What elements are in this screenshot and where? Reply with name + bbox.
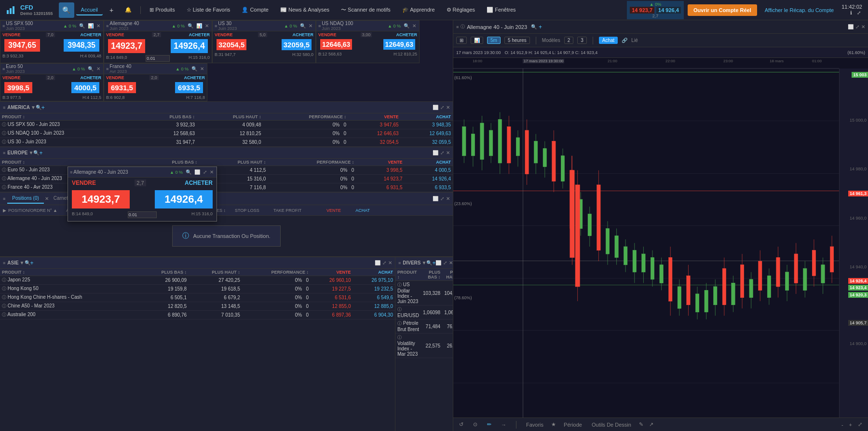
float-maximize-btn[interactable]: ⬜ [193,169,201,175]
div-col-product[interactable]: PRODUIT ↕ [395,269,421,281]
chart-close-btn[interactable]: ✕ [861,24,865,29]
divers-expand[interactable]: ⤢ [443,260,447,265]
close-france40-btn[interactable]: ✕ [199,66,205,72]
col-low[interactable]: PLUS BAS ↕ [136,113,197,121]
float-search-btn[interactable]: 🔍 [185,169,192,175]
chart-model-3[interactable]: 3 [577,37,587,44]
chart-dessin-btn[interactable]: Outils De Dessin [590,421,633,429]
sell-spx-btn[interactable]: 3947,65 [4,39,40,52]
search-dax-btn[interactable]: 🔍 [187,23,194,29]
search-euro50-btn[interactable]: 🔍 [87,66,95,72]
asia-maximize[interactable]: ⬜ [375,260,380,265]
nav-news[interactable]: 📰 News & Analyses [275,5,334,15]
sell-dax-btn[interactable]: 14923,7 [108,39,145,53]
float-sell-btn[interactable]: 14923,7 [72,190,130,209]
chart-tf-5m[interactable]: 5m [487,37,501,44]
america-close[interactable]: ✕ [446,105,450,110]
search-us30-btn[interactable]: 🔍 [299,23,307,29]
divers-search[interactable]: 🔍 [426,260,432,265]
search-button[interactable]: 🔍 [59,2,74,18]
dax-input[interactable] [146,55,170,62]
buy-france40-btn[interactable]: 6933,5 [175,82,203,93]
sell-euro50-btn[interactable]: 3998,5 [4,82,32,93]
nav-settings[interactable]: ⚙ Réglages [442,5,480,15]
sell-france40-btn[interactable]: 6931,5 [108,82,136,93]
chart-fullscreen-btn[interactable]: ⤢ [856,420,864,429]
close-positions-tab[interactable]: ✕ [45,196,49,201]
search-widget-btn[interactable]: 🔍 [78,23,86,29]
nav-products[interactable]: ⊞ Produits [145,5,179,15]
asia-expand[interactable]: ⤢ [382,260,386,265]
nav-account[interactable]: 👤 Compte [237,5,273,15]
sell-ndaq-btn[interactable]: 12646,63 [320,39,352,50]
float-close-btn[interactable]: ✕ [209,169,215,175]
nav-add[interactable]: + [105,4,118,16]
chart-refresh-btn[interactable]: ↺ [457,420,465,429]
nav-favorites[interactable]: ☆ Liste de Favoris [182,5,235,15]
asia-search[interactable]: 🔍 [25,260,30,265]
search-ndaq-btn[interactable]: 🔍 [403,23,410,29]
america-expand[interactable]: ⤢ [440,105,444,110]
eu-col-high[interactable]: PLUS HAUT ↕ [199,159,268,166]
table-row[interactable]: ⓘ US NDAQ 100 - Juin 2023 12 568,63 12 8… [0,129,453,138]
chart-widget-btn[interactable]: 📊 [87,23,95,29]
close-euro50-btn[interactable]: ✕ [95,66,101,72]
table-row[interactable]: ⓘ EUR/USD 1,06098 1,06857 0% 0 1,06701 1… [395,306,453,320]
col-high[interactable]: PLUS HAUT ↕ [197,113,263,121]
open-account-button[interactable]: Ouvrir un Compte Réel [688,4,757,16]
pos-close[interactable]: ✕ [446,196,450,201]
pos-maximize[interactable]: ⬜ [433,196,438,201]
buy-us30-btn[interactable]: 32059,5 [282,39,312,50]
america-dropdown[interactable]: ▼ [31,105,36,110]
nav-windows[interactable]: ⬜ Fenêtres [482,5,520,15]
asia-close[interactable]: ✕ [388,260,392,265]
chart-pencil-btn[interactable]: ✏ [485,420,493,429]
chart-arrow-btn[interactable]: → [499,421,508,429]
america-search[interactable]: 🔍 [36,105,41,110]
divers-maximize[interactable]: ⬜ [435,260,441,265]
america-maximize[interactable]: ⬜ [433,105,438,110]
buy-spx-btn[interactable]: 3948,35 [64,39,99,52]
table-row[interactable]: ⓘ Pétrole Brut Brent 71,484 76,027 0% 0 … [395,320,453,334]
close-widget-btn[interactable]: ✕ [95,23,101,29]
chart-maximize[interactable]: ⬜ [848,24,854,29]
chart-tf-5h[interactable]: 5 heures [504,37,530,44]
europe-dropdown[interactable]: ▼ [29,150,34,155]
nav-scanner[interactable]: 〜 Scanner de motifs [336,4,395,15]
chart-dax-btn[interactable]: 📊 [195,23,203,29]
chart-search-btn[interactable]: 🔍 [531,24,537,29]
tab-positions[interactable]: Positions (0) [7,194,44,204]
table-row[interactable]: ⓘ Chine A50 - Mar 2023 12 820,5 13 148,5… [0,302,395,311]
chart-view-candle[interactable]: 📊 [471,37,483,44]
table-row[interactable]: ⓘ US Dollar Index - Juin 2023 103,328 10… [395,281,453,306]
buy-ndaq-btn[interactable]: 12649,63 [383,39,415,50]
chart-minus-btn[interactable]: - [840,420,845,429]
chart-plus-btn[interactable]: + [847,420,854,429]
asia-col-high[interactable]: PLUS HAUT ↕ [189,269,242,276]
europe-search[interactable]: 🔍 [33,150,39,155]
chart-favoris-btn[interactable]: Favoris [524,421,545,429]
eu-col-perf[interactable]: PERFORMANCE ↕ [268,159,356,166]
info-btn[interactable]: ℹ [849,10,854,16]
eu-col-product[interactable]: PRODUIT ↕ [0,159,137,166]
float-dax-input[interactable] [128,211,157,218]
close-us30-btn[interactable]: ✕ [308,23,313,29]
america-add[interactable]: + [41,104,45,111]
pos-expand[interactable]: ⤢ [440,196,444,201]
divers-close[interactable]: ✕ [449,260,453,265]
buy-euro50-btn[interactable]: 4000,5 [71,82,99,93]
float-expand-btn[interactable]: ⤢ [202,169,208,175]
divers-dropdown[interactable]: ▼ [422,260,427,265]
asia-col-perf[interactable]: PERFORMANCE ↕ [242,269,311,276]
divers-add[interactable]: + [432,260,435,266]
col-product[interactable]: PRODUIT ↕ [0,113,136,121]
div-col-low[interactable]: PLUS BAS ↕ [421,269,442,281]
div-col-high[interactable]: PLUS HAUT ↕ [442,269,453,281]
chart-achat-btn[interactable]: Achat [599,37,618,44]
nav-learn[interactable]: 🎓 Apprendre [397,5,440,15]
table-row[interactable]: ⓘ Hong Kong Chine H-shares - Cash 6 505,… [0,293,395,302]
europe-expand[interactable]: ⤢ [440,150,444,155]
chart-zoom-btn[interactable]: ⊙ [471,420,479,429]
europe-maximize[interactable]: ⬜ [433,150,438,155]
chart-add-btn[interactable]: + [539,24,542,30]
